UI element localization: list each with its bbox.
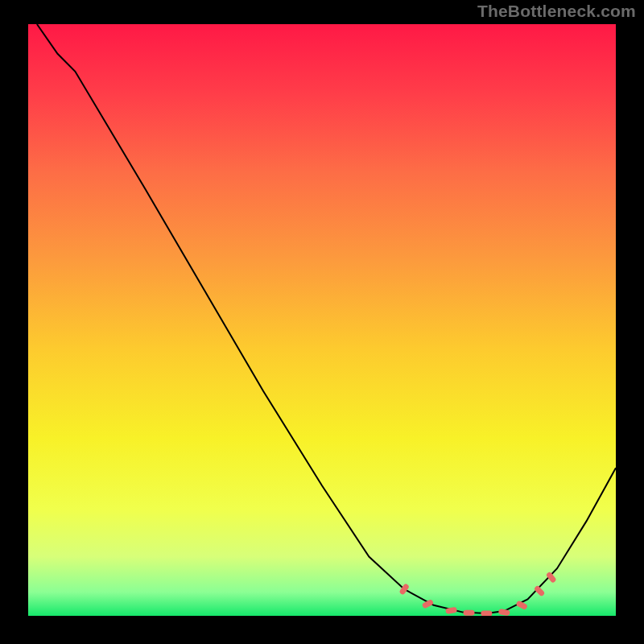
curve-marker: [546, 572, 557, 584]
curve-marker: [464, 610, 475, 616]
chart-curve: [37, 24, 616, 613]
plot-area: [28, 24, 616, 616]
curve-marker: [481, 611, 492, 616]
watermark-text: TheBottleneck.com: [477, 2, 636, 21]
chart-overlay: [28, 24, 616, 616]
